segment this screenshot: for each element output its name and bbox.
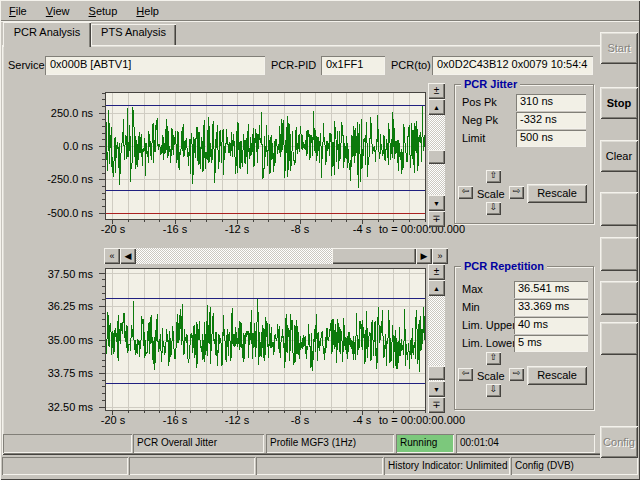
status-profile: Profile MGF3 (1Hz)	[266, 434, 394, 453]
scroll-left-button[interactable]: ◀	[120, 248, 136, 264]
scale-expand-button[interactable]: ±	[428, 264, 445, 280]
tab-pts-analysis[interactable]: PTS Analysis	[91, 24, 176, 45]
skip-left-button[interactable]: «	[104, 248, 120, 264]
x-axis-tick-label: -20 s	[89, 414, 137, 426]
vscroll-track[interactable]	[428, 296, 445, 381]
scale-right-icon: ⇨	[513, 368, 521, 378]
rescale-button[interactable]: Rescale	[527, 184, 587, 203]
scale-up-button[interactable]: ⇧	[486, 170, 501, 183]
pcr-to-label: PCR(to)	[391, 59, 431, 71]
y-axis-tick-label: 37.50 ms	[29, 268, 93, 280]
statusbar-cell-3	[256, 457, 383, 475]
menu-help[interactable]: Help	[128, 1, 167, 21]
stop-button[interactable]: Stop	[600, 87, 638, 119]
scale-down-button[interactable]: ⇩	[486, 202, 501, 215]
hscroll-track[interactable]	[136, 248, 416, 264]
menu-file[interactable]: File	[1, 1, 35, 21]
neg-pk-field: -332 ns	[516, 112, 586, 129]
skip-left-icon: «	[109, 251, 114, 261]
pcr-pid-field: 0x1FF1	[321, 56, 385, 75]
scale-down-icon: ⇩	[490, 384, 498, 394]
vscroll-thumb[interactable]	[428, 366, 445, 380]
service-label: Service	[8, 59, 45, 71]
start-button[interactable]: Start	[600, 32, 638, 64]
scroll-right-button[interactable]: ▶	[416, 248, 432, 264]
scroll-down-button[interactable]: ▼	[428, 195, 445, 211]
up-arrow-icon: ▲	[433, 104, 440, 111]
rescale-button[interactable]: Rescale	[527, 366, 587, 385]
scale-left-button[interactable]: ⇦	[458, 368, 473, 381]
neg-pk-label: Neg Pk	[462, 114, 498, 126]
x-axis-tick-label: -12 s	[213, 223, 261, 235]
scroll-up-button[interactable]: ▲	[428, 280, 445, 296]
left-arrow-icon: ◀	[125, 251, 132, 261]
scale-down-button[interactable]: ⇩	[486, 384, 501, 397]
scale-compress-button[interactable]: ∓	[428, 211, 445, 227]
x-axis-tick-label: -12 s	[213, 414, 261, 426]
x-axis-tick-label: -16 s	[151, 223, 199, 235]
time-hscrollbar[interactable]: « ◀ ▶ »	[104, 248, 448, 264]
x-axis-tick-label: -16 s	[151, 414, 199, 426]
plus-minus-icon: ±	[434, 268, 440, 276]
x-axis-tick-label: -20 s	[89, 223, 137, 235]
status-elapsed-time: 00:01:04	[456, 434, 595, 453]
scroll-down-button[interactable]: ▼	[428, 381, 445, 397]
statusbar-cell-1	[2, 457, 128, 475]
skip-right-button[interactable]: »	[432, 248, 448, 264]
status-running-badge: Running	[396, 434, 454, 453]
blank-button-1	[600, 192, 638, 226]
scale-left-icon: ⇦	[462, 368, 470, 378]
scale-compress-button[interactable]: ∓	[428, 397, 445, 413]
statusbar-cell-2	[129, 457, 255, 475]
scroll-up-button[interactable]: ▲	[428, 99, 445, 115]
chart-plot	[97, 92, 427, 228]
scale-down-icon: ⇩	[490, 202, 498, 212]
scale-up-icon: ⇧	[490, 352, 498, 362]
vscroll-thumb[interactable]	[428, 150, 445, 164]
scale-right-button[interactable]: ⇨	[509, 186, 524, 199]
hscroll-thumb[interactable]	[332, 248, 416, 264]
y-axis-tick-label: 250.0 ns	[29, 107, 93, 119]
lim-lower-label: Lim. Lower	[462, 337, 516, 349]
pcr-pid-label: PCR-PID	[271, 59, 316, 71]
scale-up-button[interactable]: ⇧	[486, 352, 501, 365]
lim-lower-field: 5 ms	[514, 335, 588, 352]
scale-left-icon: ⇦	[462, 186, 470, 196]
limit-label: Limit	[462, 132, 485, 144]
scale-label: Scale	[477, 370, 505, 382]
menu-bar: File View Setup Help	[1, 1, 639, 21]
minus-plus-icon: ∓	[432, 215, 440, 223]
y-axis-tick-label: 0.0 ns	[29, 140, 93, 152]
repetition-chart-vscrollbar[interactable]: ± ▲ ▼ ∓	[428, 264, 445, 413]
scale-right-icon: ⇨	[513, 186, 521, 196]
menu-setup[interactable]: Setup	[81, 1, 126, 21]
x-axis-end-label: to = 00:00:00.000	[295, 414, 465, 426]
config-button[interactable]: Config	[600, 426, 638, 458]
up-arrow-icon: ▲	[433, 285, 440, 292]
pcr-analyzer-window: File View Setup Help PCR Analysis PTS An…	[0, 0, 640, 480]
scale-left-button[interactable]: ⇦	[458, 186, 473, 199]
clear-button[interactable]: Clear	[600, 140, 638, 172]
lim-upper-label: Lim. Upper	[462, 319, 516, 331]
pcr-repetition-group-title: PCR Repetition	[461, 260, 547, 272]
limit-field: 500 ns	[516, 130, 586, 147]
lim-upper-field: 40 ms	[514, 317, 588, 334]
blank-button-2	[600, 237, 638, 271]
scale-right-button[interactable]: ⇨	[509, 368, 524, 381]
tab-pcr-analysis[interactable]: PCR Analysis	[3, 22, 91, 47]
vscroll-track[interactable]	[428, 115, 445, 195]
blank-button-3	[600, 281, 638, 315]
min-field: 33.369 ms	[514, 299, 588, 316]
scale-label: Scale	[477, 188, 505, 200]
y-axis-tick-label: -250.0 ns	[29, 173, 93, 185]
right-arrow-icon: ▶	[421, 251, 428, 261]
y-axis-tick-label: 35.00 ms	[29, 334, 93, 346]
plus-minus-icon: ±	[434, 87, 440, 95]
scale-expand-button[interactable]: ±	[428, 83, 445, 99]
minus-plus-icon: ∓	[432, 401, 440, 409]
max-field: 36.541 ms	[514, 281, 588, 298]
pcr-to-field: 0x0D2C43B12 0x0079 10:54:4	[432, 56, 593, 75]
jitter-chart-vscrollbar[interactable]: ± ▲ ▼ ∓	[428, 83, 445, 227]
menu-view[interactable]: View	[38, 1, 78, 21]
down-arrow-icon: ▼	[433, 200, 440, 207]
